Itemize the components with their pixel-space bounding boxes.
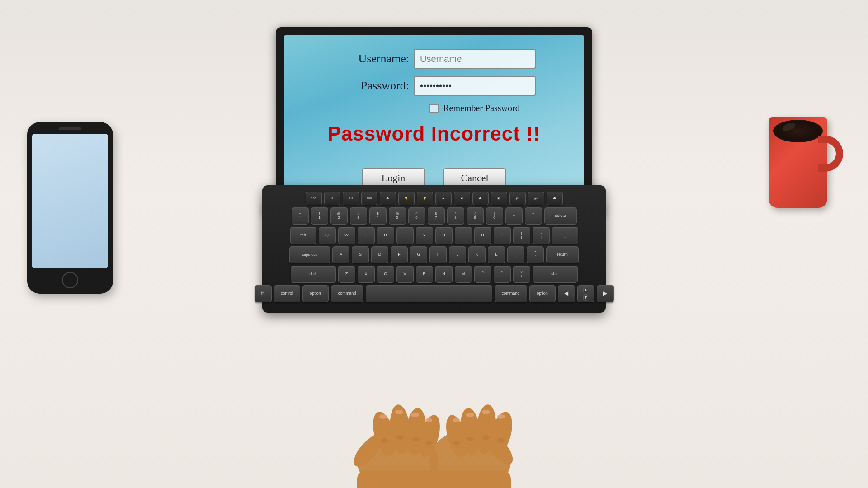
number-key-row: ~` !1 @2 #3 $4 %5 ^6 &7 *8 (9 )0 _- += d…: [269, 207, 599, 225]
phone-speaker: [59, 127, 81, 130]
key-n[interactable]: N: [435, 266, 453, 283]
key-quote[interactable]: "': [527, 246, 544, 263]
remember-checkbox[interactable]: [429, 104, 439, 113]
key-f8[interactable]: ⏯: [454, 192, 470, 205]
key-b[interactable]: B: [416, 266, 433, 283]
key-up[interactable]: ▲: [583, 286, 588, 293]
key-x[interactable]: X: [358, 266, 375, 283]
key-k[interactable]: K: [468, 246, 486, 263]
key-rshift[interactable]: shift: [533, 266, 578, 283]
key-a[interactable]: A: [332, 246, 349, 263]
key-delete[interactable]: delete: [544, 207, 577, 225]
key-t[interactable]: T: [396, 227, 414, 244]
username-label: Username:: [332, 52, 409, 66]
key-l[interactable]: L: [488, 246, 505, 263]
key-capslock[interactable]: caps lock: [289, 246, 330, 263]
key-7[interactable]: &7: [428, 207, 445, 225]
mug-coffee-liquid: [773, 120, 823, 142]
zxcv-key-row: shift Z X C V B N M <, >. ?/ shift: [269, 266, 599, 283]
key-f5[interactable]: 💡: [398, 192, 415, 205]
username-row: Username:: [332, 49, 536, 69]
key-f11[interactable]: 🔉: [509, 192, 526, 205]
key-loption[interactable]: option: [302, 285, 329, 302]
key-f10[interactable]: 🔇: [491, 192, 507, 205]
key-tab[interactable]: tab: [290, 227, 316, 244]
key-rcommand[interactable]: command: [495, 285, 527, 302]
key-space[interactable]: [366, 285, 492, 302]
key-f4[interactable]: ⏏: [380, 192, 396, 205]
key-lcommand[interactable]: command: [331, 285, 363, 302]
key-esc[interactable]: esc: [306, 192, 322, 205]
key-left[interactable]: ◀: [558, 285, 575, 302]
remember-label: Remember Password: [443, 103, 519, 113]
key-lshift[interactable]: shift: [291, 266, 336, 283]
key-z[interactable]: Z: [338, 266, 355, 283]
key-rbracket[interactable]: }]: [533, 227, 550, 244]
key-o[interactable]: O: [474, 227, 491, 244]
key-6[interactable]: ^6: [408, 207, 425, 225]
password-label: Password:: [332, 79, 409, 93]
key-2[interactable]: @2: [330, 207, 348, 225]
key-f9[interactable]: ⏭: [472, 192, 489, 205]
coffee-area: [737, 104, 850, 267]
key-8[interactable]: *8: [447, 207, 464, 225]
key-roption[interactable]: option: [529, 285, 556, 302]
key-p[interactable]: P: [494, 227, 511, 244]
key-slash[interactable]: ?/: [513, 266, 530, 283]
asdf-key-row: caps lock A S D F G H J K L :; "' return: [269, 246, 599, 263]
key-g[interactable]: G: [410, 246, 427, 263]
key-f3[interactable]: ⌨: [361, 192, 377, 205]
key-f12[interactable]: 🔊: [528, 192, 544, 205]
key-m[interactable]: M: [455, 266, 472, 283]
password-row: Password:: [332, 76, 536, 96]
key-e[interactable]: E: [358, 227, 375, 244]
key-f2[interactable]: ☀☀: [343, 192, 359, 205]
key-f7[interactable]: ⏮: [435, 192, 452, 205]
key-w[interactable]: W: [338, 227, 355, 244]
key-y[interactable]: Y: [416, 227, 433, 244]
key-return[interactable]: return: [546, 246, 579, 263]
key-down[interactable]: ▼: [583, 294, 588, 301]
key-backtick[interactable]: ~`: [292, 207, 309, 225]
key-u[interactable]: U: [435, 227, 453, 244]
keyboard: esc ☀ ☀☀ ⌨ ⏏ 💡 💡 ⏮ ⏯ ⏭ 🔇 🔉 🔊 ⏏ ~` !1 @2 …: [262, 185, 606, 313]
key-3[interactable]: #3: [350, 207, 367, 225]
key-j[interactable]: J: [449, 246, 466, 263]
key-fn[interactable]: fn: [255, 285, 272, 302]
key-f1[interactable]: ☀: [324, 192, 340, 205]
key-v[interactable]: V: [396, 266, 414, 283]
key-1[interactable]: !1: [311, 207, 328, 225]
key-period[interactable]: >.: [494, 266, 511, 283]
key-updown: ▲ ▼: [577, 285, 594, 302]
fn-key-row: esc ☀ ☀☀ ⌨ ⏏ 💡 💡 ⏮ ⏯ ⏭ 🔇 🔉 🔊 ⏏: [269, 192, 599, 205]
key-h[interactable]: H: [429, 246, 447, 263]
coffee-mug: [760, 104, 841, 212]
username-input[interactable]: [414, 49, 536, 69]
key-4[interactable]: $4: [369, 207, 387, 225]
key-s[interactable]: S: [352, 246, 369, 263]
key-semicolon[interactable]: :;: [507, 246, 524, 263]
key-d[interactable]: D: [371, 246, 388, 263]
key-q[interactable]: Q: [319, 227, 336, 244]
smartphone: [27, 122, 113, 294]
password-input[interactable]: [414, 76, 536, 96]
key-5[interactable]: %5: [389, 207, 406, 225]
key-c[interactable]: C: [377, 266, 394, 283]
mug-handle: [818, 136, 843, 172]
key-r[interactable]: R: [377, 227, 394, 244]
key-eject[interactable]: ⏏: [547, 192, 563, 205]
key-9[interactable]: (9: [467, 207, 484, 225]
key-control[interactable]: control: [274, 285, 300, 302]
phone-home-button: [62, 272, 78, 288]
key-f[interactable]: F: [391, 246, 408, 263]
key-comma[interactable]: <,: [474, 266, 491, 283]
key-f6[interactable]: 💡: [417, 192, 433, 205]
key-0[interactable]: )0: [486, 207, 503, 225]
key-equals[interactable]: +=: [525, 207, 542, 225]
key-right[interactable]: ▶: [597, 285, 614, 302]
key-backslash[interactable]: |\: [552, 227, 578, 244]
key-lbracket[interactable]: {[: [513, 227, 530, 244]
key-minus[interactable]: _-: [505, 207, 523, 225]
qwerty-key-row: tab Q W E R T Y U I O P {[ }] |\: [269, 227, 599, 244]
key-i[interactable]: I: [455, 227, 472, 244]
